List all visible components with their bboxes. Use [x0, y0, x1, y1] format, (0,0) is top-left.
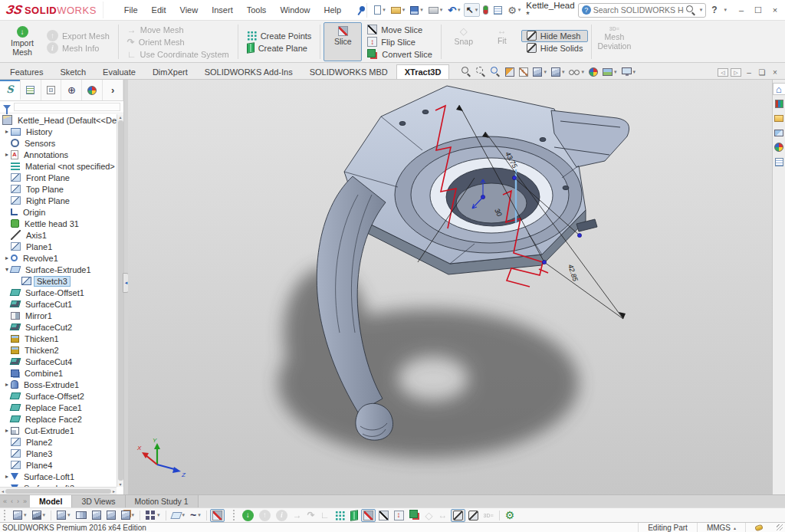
dynamic-annotation-views-button[interactable] — [517, 67, 530, 77]
tree-item-combine1[interactable]: Combine1 — [0, 367, 117, 379]
pattern-tool-dropdown-icon[interactable]: ▾ — [157, 512, 160, 518]
propertymanager-tab[interactable] — [21, 80, 41, 100]
import-mesh-button[interactable]: ImportMesh — [3, 22, 41, 61]
orient-mesh-button[interactable]: Orient Mesh — [122, 36, 235, 48]
new-document-button[interactable]: ▾ — [372, 3, 388, 17]
tree-item-boss-extrude1[interactable]: ▸Boss-Extrude1 — [0, 379, 117, 390]
zoom-to-fit-button[interactable] — [460, 66, 473, 77]
tree-item-right-plane[interactable]: Right Plane — [0, 195, 117, 206]
assembly-cubes-tool-button[interactable] — [74, 510, 89, 521]
scroll-thumb[interactable] — [118, 120, 123, 481]
display-style-dropdown-icon[interactable]: ▾ — [562, 69, 565, 75]
reference-plane-tool-button[interactable]: ▾ — [169, 511, 188, 521]
edit-appearance-button[interactable] — [587, 67, 599, 77]
expander-icon[interactable]: ▸ — [3, 381, 11, 388]
export-mesh-button[interactable] — [257, 508, 273, 523]
extrude-tool-button[interactable]: ▾ — [11, 509, 29, 521]
menu-edit[interactable]: Edit — [145, 3, 173, 17]
model-3d[interactable]: 43.75 30 42.85 Y X Z — [128, 80, 772, 494]
hide-show-items-button[interactable]: ▾ — [567, 68, 586, 76]
tree-item-plane4[interactable]: Plane4 — [0, 459, 117, 471]
convert-slice-button[interactable]: Convert Slice — [362, 48, 437, 61]
previous-window-icon[interactable]: ◁ — [718, 68, 728, 77]
scroll-up-icon[interactable]: ▴ — [119, 114, 121, 120]
snap-button[interactable] — [423, 509, 435, 522]
undo-button[interactable]: ▾ — [445, 3, 462, 18]
options-dropdown-icon[interactable]: ▾ — [518, 7, 521, 13]
view-orientation-dropdown-icon[interactable]: ▾ — [544, 69, 547, 75]
tree-item-material-not-specified[interactable]: Material <not specified> — [0, 160, 117, 172]
configurationmanager-tab[interactable] — [41, 80, 62, 100]
menu-tools[interactable]: Tools — [240, 3, 274, 17]
convert-slice-button[interactable] — [407, 508, 422, 522]
tab-solidworks-mbd[interactable]: SOLIDWORKS MBD — [301, 64, 396, 79]
fit-button[interactable]: Fit — [483, 22, 521, 61]
resize-grip[interactable] — [777, 524, 783, 530]
use-coordinate-system-button[interactable] — [318, 509, 332, 521]
tree-item-cut-extrude1[interactable]: ▸Cut-Extrude1 — [0, 425, 117, 436]
tree-item-thicken1[interactable]: Thicken1 — [0, 333, 117, 344]
options-button[interactable]: ▾ — [505, 3, 523, 18]
last-tab-button[interactable]: » — [21, 498, 28, 505]
help-dropdown-icon[interactable]: ▾ — [724, 7, 728, 13]
import-mesh-button[interactable] — [240, 508, 256, 523]
view-settings-dropdown-icon[interactable]: ▾ — [633, 69, 636, 75]
xtract-settings-button[interactable] — [503, 508, 517, 522]
flip-slice-button[interactable] — [392, 509, 406, 522]
cut-tool-dropdown-icon[interactable]: ▾ — [43, 512, 46, 518]
tree-item-surface-offset2[interactable]: Surface-Offset2 — [0, 390, 117, 402]
menu-insert[interactable]: Insert — [205, 3, 240, 17]
file-explorer-button[interactable] — [773, 112, 785, 124]
tree-item-top-plane[interactable]: Top Plane — [0, 183, 117, 195]
move-mesh-button[interactable]: Move Mesh — [122, 24, 235, 36]
create-points-button[interactable] — [333, 509, 347, 522]
help-search[interactable]: ? ▾ — [578, 3, 707, 18]
tab-sketch[interactable]: Sketch — [51, 64, 94, 79]
create-plane-button[interactable] — [348, 509, 360, 522]
minimize-button[interactable]: – — [733, 3, 750, 17]
save-dropdown-icon[interactable]: ▾ — [420, 7, 423, 13]
spline-tool-dropdown-icon[interactable]: ▾ — [198, 512, 201, 518]
create-plane-button[interactable]: Create Plane — [241, 42, 317, 54]
appearances-scenes-button[interactable] — [773, 141, 785, 153]
tree-item-kettle-head-31[interactable]: Kettle head 31 — [0, 218, 117, 229]
export-mesh-button[interactable]: Export Mesh — [41, 30, 115, 42]
expander-icon[interactable]: ▸ — [3, 473, 11, 480]
tree-horizontal-scrollbar[interactable]: ◂▸ — [0, 487, 117, 494]
displaymanager-tab[interactable] — [82, 80, 103, 100]
tree-item-kettle-head-default-default-displ[interactable]: Kettle_Head (Default<<Default>_Displ — [0, 114, 117, 126]
slice-button[interactable]: Slice — [324, 22, 362, 61]
slice-button[interactable] — [361, 509, 376, 522]
units-dropdown-icon[interactable]: ▴ — [734, 525, 736, 530]
tree-item-front-plane[interactable]: Front Plane — [0, 172, 117, 183]
view-orientation-button[interactable]: ▾ — [531, 67, 548, 77]
tree-item-history[interactable]: ▸History — [0, 126, 117, 137]
apply-scene-dropdown-icon[interactable]: ▾ — [614, 69, 617, 75]
hide-solids-button[interactable]: Hide Solids — [521, 42, 589, 54]
task-pane-home-button[interactable] — [773, 83, 785, 95]
use-coordinate-system-button[interactable]: Use Coordinate System — [122, 48, 235, 61]
print-button[interactable]: ▾ — [426, 5, 445, 16]
tree-item-plane3[interactable]: Plane3 — [0, 448, 117, 459]
print-dropdown-icon[interactable]: ▾ — [440, 7, 443, 13]
view-cube-tool-dropdown-icon[interactable]: ▾ — [67, 512, 71, 518]
first-tab-button[interactable]: « — [2, 498, 8, 505]
previous-view-button[interactable] — [489, 66, 502, 77]
menu-view[interactable]: View — [173, 3, 205, 17]
solid-cube-tool-button[interactable] — [104, 509, 118, 521]
tree-item-sensors[interactable]: Sensors — [0, 137, 117, 149]
move-mesh-button[interactable] — [291, 509, 304, 521]
doc-tab-motion-study-1[interactable]: Motion Study 1 — [126, 495, 199, 507]
expander-icon[interactable]: ▸ — [3, 427, 11, 434]
new-document-dropdown-icon[interactable]: ▾ — [383, 7, 386, 13]
slice-sketch-tool-button[interactable] — [210, 509, 225, 522]
undo-dropdown-icon[interactable]: ▾ — [458, 7, 461, 13]
reference-plane-tool-dropdown-icon[interactable]: ▾ — [182, 512, 186, 518]
view-settings-button[interactable]: ▾ — [620, 67, 638, 77]
mesh-deviation-button[interactable]: MeshDeviation — [595, 22, 633, 61]
tab-features[interactable]: Features — [2, 64, 51, 79]
move-slice-button[interactable] — [376, 509, 391, 522]
shaded-cube-tool-button[interactable] — [90, 509, 103, 521]
next-tab-button[interactable]: › — [15, 498, 21, 505]
rebuild-button[interactable] — [481, 3, 491, 17]
